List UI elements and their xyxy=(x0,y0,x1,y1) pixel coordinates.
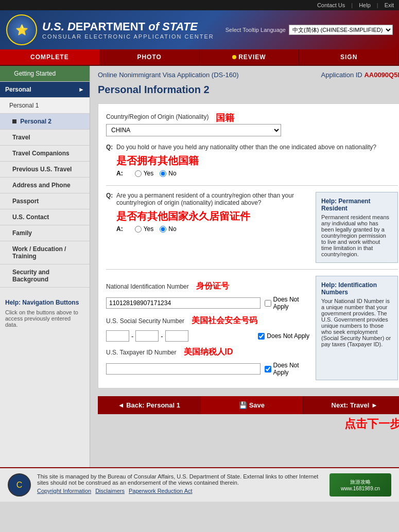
disclaimers-link[interactable]: Disclaimers xyxy=(95,488,125,494)
q1-answer: A: Yes No xyxy=(106,170,398,177)
ssn-label: U.S. Social Security Number xyxy=(106,317,184,325)
taxpayer-group: U.S. Taxpayer ID Number 美国纳税人ID Does Not… xyxy=(106,347,309,376)
country-label-row: Country/Region of Origin (Nationality) 国… xyxy=(106,112,398,124)
sidebar-item-personal-1[interactable]: Personal 1 xyxy=(0,98,90,114)
sidebar-item-family[interactable]: Family xyxy=(0,225,90,241)
help-link[interactable]: Help xyxy=(359,2,371,8)
ssn-annotation: 美国社会安全号码 xyxy=(192,315,257,326)
ssn-dna-checkbox[interactable] xyxy=(258,333,265,340)
taxpayer-annotation: 美国纳税人ID xyxy=(184,347,233,358)
exit-link[interactable]: Exit xyxy=(385,2,394,8)
q2-yes-radio[interactable] xyxy=(135,226,142,233)
taxpayer-dna-label: Does Not Apply xyxy=(273,362,309,376)
q2-main: Q: Are you a permanent resident of a cou… xyxy=(106,192,309,263)
help-nav-title: Help: Navigation Buttons xyxy=(5,299,84,306)
paperwork-link[interactable]: Paperwork Reduction Act xyxy=(129,488,193,494)
q1-a-label: A: xyxy=(116,170,123,177)
ssn-dna-label: Does Not Apply xyxy=(267,332,309,340)
q1-no-label: No xyxy=(168,170,176,177)
q2-yes[interactable]: Yes xyxy=(135,225,154,233)
id-section-with-help: National Identification Number 身份证号 Does… xyxy=(106,276,398,380)
dept-name: U.S. DEPARTMENT of STATE xyxy=(42,20,214,33)
national-id-input[interactable] xyxy=(106,297,261,309)
language-select[interactable]: 中文(简体) (CHINESE-SIMPLIFIED) xyxy=(289,25,393,35)
back-button[interactable]: ◄ Back: Personal 1 xyxy=(98,396,201,414)
app-id-label: Application ID xyxy=(321,71,362,79)
app-info-bar: Online Nonimmigrant Visa Application (DS… xyxy=(98,71,399,79)
taxpayer-dna[interactable]: Does Not Apply xyxy=(265,362,309,376)
header-title: U.S. DEPARTMENT of STATE CONSULAR ELECTR… xyxy=(42,20,214,40)
taxpayer-input[interactable] xyxy=(106,363,261,375)
tab-review[interactable]: REVIEW xyxy=(200,49,300,65)
q2-answer: A: Yes No xyxy=(106,225,309,233)
main-form-box: Country/Region of Origin (Nationality) 国… xyxy=(98,103,399,388)
national-id-dna-checkbox[interactable] xyxy=(265,300,271,307)
q1-yes[interactable]: Yes xyxy=(135,170,154,177)
national-id-group: National Identification Number 身份证号 Does… xyxy=(106,281,309,310)
contact-link[interactable]: Contact Us xyxy=(317,2,345,8)
national-id-dna[interactable]: Does Not Apply xyxy=(265,296,309,310)
tooltip-label: Select Tooltip Language xyxy=(225,27,286,33)
ssn-box-2[interactable] xyxy=(135,330,159,342)
taxpayer-dna-checkbox[interactable] xyxy=(265,366,271,373)
copyright-link[interactable]: Copyright Information xyxy=(37,488,91,494)
ssn-label-row: U.S. Social Security Number 美国社会安全号码 xyxy=(106,315,309,326)
main-content: Online Nonimmigrant Visa Application (DS… xyxy=(90,66,399,467)
ssn-dna[interactable]: Does Not Apply xyxy=(258,332,309,340)
sidebar-item-travel-companions[interactable]: Travel Companions xyxy=(0,146,90,162)
taxpayer-input-row: Does Not Apply xyxy=(106,362,309,376)
ssn-inputs: - - xyxy=(106,330,188,342)
q2-text: Q: Are you a permanent resident of a cou… xyxy=(106,192,309,206)
ssn-box-1[interactable] xyxy=(106,330,129,342)
sidebar-item-work-education[interactable]: Work / Education / Training xyxy=(0,241,90,264)
sidebar: ✓ Getting Started Personal ► Personal 1 … xyxy=(0,66,90,467)
sidebar-item-travel[interactable]: Travel xyxy=(0,130,90,146)
q1-text: Q: Do you hold or have you held any nati… xyxy=(106,144,398,151)
id-main: National Identification Number 身份证号 Does… xyxy=(106,276,309,380)
q1-yes-label: Yes xyxy=(144,170,154,177)
tab-sign[interactable]: SIGN xyxy=(299,49,399,65)
footer-main-text: This site is managed by the Bureau of Co… xyxy=(37,473,318,486)
q2-no[interactable]: No xyxy=(160,225,176,233)
sidebar-item-security[interactable]: Security and Background xyxy=(0,264,90,288)
q1-no-radio[interactable] xyxy=(160,170,166,177)
page-title: Personal Information 2 xyxy=(98,84,399,96)
ssn-group: U.S. Social Security Number 美国社会安全号码 - - xyxy=(106,315,309,342)
state-seal: ⭐ xyxy=(6,14,37,45)
country-input-row: CHINA xyxy=(106,124,398,136)
q1-yes-radio[interactable] xyxy=(135,170,142,177)
bottom-nav: ◄ Back: Personal 1 💾 Save Next: Travel ► xyxy=(98,396,399,414)
sidebar-item-address-phone[interactable]: Address and Phone xyxy=(0,178,90,193)
country-select[interactable]: CHINA xyxy=(106,124,281,136)
square-icon xyxy=(12,119,16,123)
next-button[interactable]: Next: Travel ► xyxy=(303,396,399,414)
sidebar-item-passport[interactable]: Passport xyxy=(0,193,90,209)
q1-no[interactable]: No xyxy=(160,170,176,177)
tab-complete[interactable]: COMPLETE xyxy=(0,49,100,65)
id-help-box: Help: Identification Numbers Your Nation… xyxy=(316,276,398,380)
tab-photo[interactable]: PHOTO xyxy=(100,49,200,65)
q2-help-box: Help: Permanent Resident Permanent resid… xyxy=(316,192,398,263)
footer-seal: C xyxy=(8,473,31,496)
national-id-label: National Identification Number xyxy=(106,283,189,290)
q2-yes-label: Yes xyxy=(144,225,154,233)
q2-annotation: 是否有其他国家永久居留证件 xyxy=(116,209,309,223)
q1-content: Do you hold or have you held any nationa… xyxy=(116,144,376,151)
sidebar-item-personal-2[interactable]: Personal 2 xyxy=(0,114,90,130)
app-id-value: AA0090Q5N5 xyxy=(364,71,399,79)
taxpayer-label: U.S. Taxpayer ID Number xyxy=(106,349,177,356)
q2-a-label: A: xyxy=(116,225,123,233)
id-help-text: Your National ID Number is a unique numb… xyxy=(321,298,392,347)
sidebar-item-getting-started[interactable]: ✓ Getting Started xyxy=(0,66,90,82)
save-button[interactable]: 💾 Save xyxy=(201,396,304,414)
q2-radio-group: Yes No xyxy=(135,225,177,233)
sidebar-item-us-contact[interactable]: U.S. Contact xyxy=(0,209,90,225)
q2-no-radio[interactable] xyxy=(160,226,166,233)
help-nav-text: Click on the buttons above to access pre… xyxy=(5,309,84,328)
taxpayer-label-row: U.S. Taxpayer ID Number 美国纳税人ID xyxy=(106,347,309,358)
national-id-input-row: Does Not Apply xyxy=(106,296,309,310)
q1-annotation: 是否拥有其他国籍 xyxy=(116,154,398,168)
sidebar-item-personal[interactable]: Personal ► xyxy=(0,82,90,98)
ssn-box-3[interactable] xyxy=(165,330,188,342)
sidebar-item-previous-us-travel[interactable]: Previous U.S. Travel xyxy=(0,162,90,178)
